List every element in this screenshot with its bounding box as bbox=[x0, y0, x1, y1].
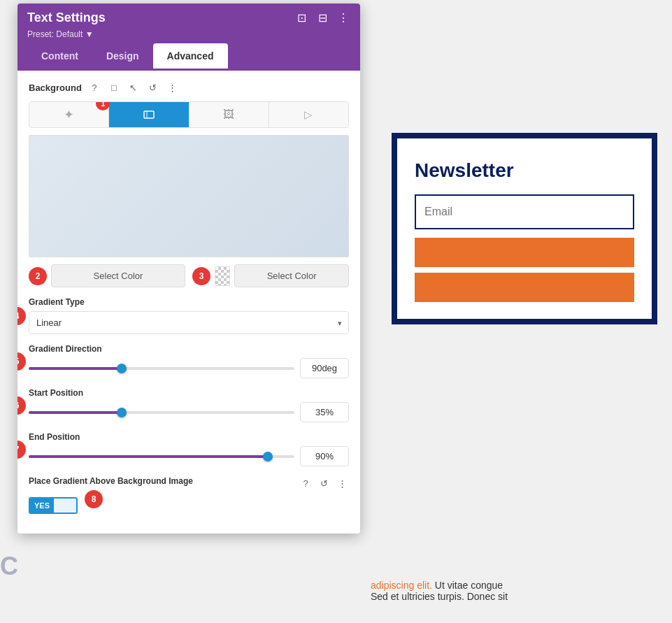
color-select-btn-1[interactable]: Select Color bbox=[51, 264, 185, 287]
focus-icon[interactable]: ⊡ bbox=[294, 11, 308, 24]
place-above-header: Place Gradient Above Background Image ? … bbox=[29, 476, 349, 492]
toggle-no-indicator bbox=[54, 499, 76, 513]
preset-label[interactable]: Preset: Default bbox=[27, 29, 83, 39]
end-position-section: 7 End Position 90% bbox=[29, 432, 349, 466]
place-above-more-icon[interactable]: ⋮ bbox=[335, 476, 349, 490]
badge-7: 7 bbox=[17, 441, 26, 459]
video-icon: ▷ bbox=[304, 108, 313, 121]
newsletter-btn-2[interactable] bbox=[415, 273, 634, 302]
gradient-type-select-wrapper: Linear Radial ▾ bbox=[29, 311, 349, 334]
place-above-icons: ? ↺ ⋮ bbox=[299, 476, 349, 490]
badge-3[interactable]: 3 bbox=[192, 267, 210, 285]
start-thumb[interactable] bbox=[117, 408, 127, 417]
panel-preset[interactable]: Preset: Default ▼ bbox=[27, 29, 350, 43]
start-track bbox=[29, 411, 294, 414]
reset-icon[interactable]: ↺ bbox=[146, 80, 160, 94]
gradient-icon bbox=[143, 110, 155, 120]
end-value[interactable]: 90% bbox=[300, 446, 349, 466]
background-label: Background bbox=[29, 83, 82, 93]
background-label-row: Background ? □ ↖ ↺ ⋮ bbox=[29, 80, 349, 94]
end-thumb[interactable] bbox=[263, 452, 273, 461]
help-icon[interactable]: ? bbox=[87, 80, 101, 94]
end-position-slider: 90% bbox=[29, 446, 349, 466]
newsletter-btn-1[interactable] bbox=[415, 238, 634, 267]
columns-icon[interactable]: ⊟ bbox=[315, 11, 329, 24]
gradient-type-label: Gradient Type bbox=[29, 297, 349, 307]
place-above-section: Place Gradient Above Background Image ? … bbox=[29, 476, 349, 514]
tab-advanced[interactable]: Advanced bbox=[153, 43, 228, 71]
end-position-label: End Position bbox=[29, 432, 349, 442]
place-above-help-icon[interactable]: ? bbox=[299, 476, 313, 490]
panel-header: Text Settings ⊡ ⊟ ⋮ Preset: Default ▼ Co… bbox=[17, 3, 360, 71]
newsletter-widget: Newsletter bbox=[392, 133, 657, 324]
tab-design[interactable]: Design bbox=[92, 43, 153, 71]
direction-value[interactable]: 90deg bbox=[300, 358, 349, 378]
color-swatch-2[interactable] bbox=[215, 266, 230, 286]
gradient-direction-label: Gradient Direction bbox=[29, 344, 349, 354]
bottom-text-area: adipiscing elit. Ut vitae congue Sed et … bbox=[371, 580, 672, 602]
more-options-icon[interactable]: ⋮ bbox=[166, 80, 180, 94]
badge-8: 8 bbox=[85, 490, 103, 508]
panel-body: Background ? □ ↖ ↺ ⋮ ✦ 1 bbox=[17, 71, 360, 534]
badge-5: 5 bbox=[17, 352, 26, 371]
start-position-section: 6 Start Position 35% bbox=[29, 388, 349, 422]
start-position-label: Start Position bbox=[29, 388, 349, 398]
panel-title: Text Settings bbox=[27, 10, 106, 25]
color-select-btn-2[interactable]: Select Color bbox=[234, 264, 349, 287]
gradient-type-select[interactable]: Linear Radial bbox=[29, 311, 349, 334]
gradient-type-section: 4 Gradient Type Linear Radial ▾ bbox=[29, 297, 349, 334]
newsletter-title: Newsletter bbox=[415, 159, 634, 182]
color-stops-row: 2 Select Color 3 Select Color bbox=[29, 264, 349, 287]
gradient-direction-slider: 90deg bbox=[29, 358, 349, 378]
cursor-icon[interactable]: ↖ bbox=[127, 80, 141, 94]
direction-thumb[interactable] bbox=[117, 364, 127, 373]
bg-type-tabs: ✦ 1 🖼 ▷ bbox=[29, 101, 349, 128]
panel-tabs: Content Design Advanced bbox=[27, 43, 350, 71]
toggle-yes-label[interactable]: YES bbox=[30, 499, 54, 513]
bg-tab-video[interactable]: ▷ bbox=[269, 102, 348, 127]
direction-track bbox=[29, 367, 294, 370]
bg-tab-image[interactable]: 🖼 bbox=[190, 102, 269, 127]
bottom-text-line2: Sed et ultricies turpis. Donec sit bbox=[371, 591, 672, 602]
badge-2[interactable]: 2 bbox=[29, 267, 47, 285]
gradient-direction-section: 5 Gradient Direction 90deg bbox=[29, 344, 349, 378]
start-value[interactable]: 35% bbox=[300, 402, 349, 422]
end-fill bbox=[29, 455, 268, 458]
bg-tab-color[interactable]: ✦ 1 bbox=[29, 102, 109, 127]
panel-header-icons: ⊡ ⊟ ⋮ bbox=[294, 11, 350, 24]
bottom-text-normal: Ut vitae congue bbox=[435, 580, 503, 591]
preset-arrow[interactable]: ▼ bbox=[85, 29, 94, 39]
tab-content[interactable]: Content bbox=[27, 43, 92, 71]
badge-1: 1 bbox=[96, 101, 110, 110]
end-track bbox=[29, 455, 294, 458]
place-above-reset-icon[interactable]: ↺ bbox=[317, 476, 331, 490]
bottom-text-orange: adipiscing elit. bbox=[371, 580, 432, 591]
color-stop-1: 2 Select Color bbox=[29, 264, 185, 287]
start-fill bbox=[29, 411, 122, 414]
bg-tab-gradient[interactable] bbox=[109, 102, 189, 127]
color-stop-2: 3 Select Color bbox=[192, 264, 349, 287]
desktop-icon[interactable]: □ bbox=[107, 80, 121, 94]
direction-fill bbox=[29, 367, 122, 370]
place-above-toggle-row: YES 8 bbox=[29, 497, 349, 514]
start-position-slider: 35% bbox=[29, 402, 349, 422]
badge-6: 6 bbox=[17, 396, 26, 415]
settings-panel: Text Settings ⊡ ⊟ ⋮ Preset: Default ▼ Co… bbox=[17, 3, 360, 534]
gradient-preview bbox=[29, 135, 349, 257]
place-above-label: Place Gradient Above Background Image bbox=[29, 476, 193, 487]
badge-4: 4 bbox=[17, 307, 26, 325]
color-icon: ✦ bbox=[64, 107, 74, 122]
more-icon[interactable]: ⋮ bbox=[336, 11, 350, 24]
image-icon: 🖼 bbox=[223, 108, 234, 121]
place-above-toggle[interactable]: YES bbox=[29, 497, 78, 514]
left-letter-hint: C bbox=[0, 552, 18, 581]
newsletter-email-input[interactable] bbox=[415, 194, 634, 229]
panel-header-top: Text Settings ⊡ ⊟ ⋮ bbox=[27, 10, 350, 25]
